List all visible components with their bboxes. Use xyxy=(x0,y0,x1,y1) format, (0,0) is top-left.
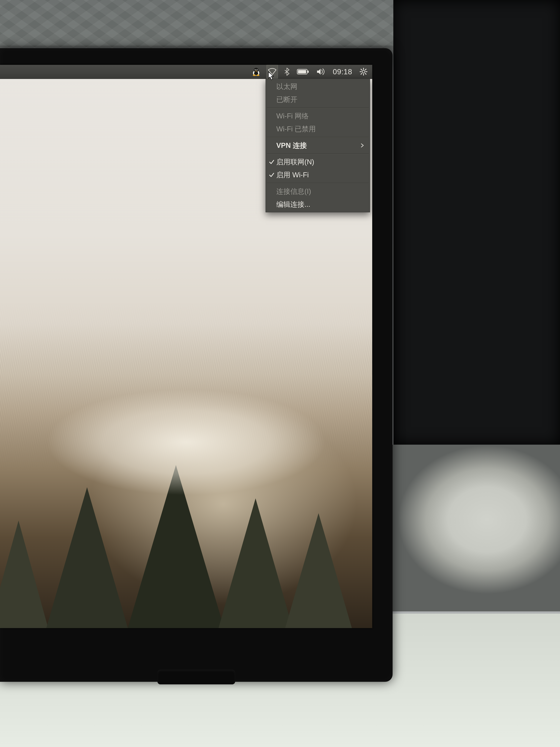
vpn-submenu[interactable]: VPN 连接 xyxy=(266,139,370,152)
wifi-status: Wi-Fi 已禁用 xyxy=(266,123,370,135)
svg-point-12 xyxy=(362,70,365,73)
laptop-bezel: 09:18 xyxy=(0,48,393,682)
svg-point-5 xyxy=(255,70,256,70)
desk-cable-area xyxy=(385,445,560,611)
wifi-empty-icon xyxy=(268,68,277,75)
menu-separator xyxy=(267,183,369,183)
ethernet-status: 已断开 xyxy=(266,93,370,106)
connection-info-item: 连接信息(I) xyxy=(266,185,370,198)
wallpaper-texture xyxy=(0,302,372,470)
checkmark-icon xyxy=(269,159,274,165)
system-menubar: 09:18 xyxy=(0,65,372,79)
svg-rect-10 xyxy=(308,71,309,73)
tux-indicator[interactable] xyxy=(251,65,261,79)
enable-networking-label: 启用联网(N) xyxy=(276,157,314,167)
bluetooth-indicator[interactable] xyxy=(283,65,291,79)
sound-indicator[interactable] xyxy=(315,65,326,79)
gear-icon xyxy=(359,68,367,76)
ethernet-header: 以太网 xyxy=(266,80,370,93)
svg-line-20 xyxy=(361,73,362,74)
enable-wifi-label: 启用 Wi-Fi xyxy=(276,170,309,180)
svg-line-19 xyxy=(365,69,366,70)
battery-icon xyxy=(297,69,309,75)
wifi-header: Wi-Fi 网络 xyxy=(266,109,370,123)
menu-separator xyxy=(267,137,369,137)
chevron-right-icon xyxy=(360,143,365,148)
laptop-hinge xyxy=(157,670,235,685)
battery-indicator[interactable] xyxy=(296,65,310,79)
adjacent-monitor xyxy=(393,0,560,445)
svg-line-18 xyxy=(365,73,366,74)
enable-wifi-toggle[interactable]: 启用 Wi-Fi xyxy=(266,169,370,181)
svg-rect-11 xyxy=(298,70,306,73)
laptop-screen: 09:18 xyxy=(0,65,372,628)
bluetooth-icon xyxy=(284,68,289,76)
svg-point-8 xyxy=(257,75,260,76)
menu-separator xyxy=(267,153,369,154)
session-indicator[interactable] xyxy=(358,65,369,79)
checkmark-icon xyxy=(269,172,274,178)
network-indicator[interactable] xyxy=(266,65,278,79)
menu-separator xyxy=(267,107,369,108)
svg-point-7 xyxy=(253,75,256,76)
clock-indicator[interactable]: 09:18 xyxy=(332,65,353,79)
edit-connections-item[interactable]: 编辑连接... xyxy=(266,198,370,211)
network-menu: 以太网 已断开 Wi-Fi 网络 Wi-Fi 已禁用 VPN 连接 启用联网(N… xyxy=(266,79,370,212)
enable-networking-toggle[interactable]: 启用联网(N) xyxy=(266,155,370,169)
svg-point-6 xyxy=(257,70,258,70)
volume-icon xyxy=(317,68,325,75)
svg-line-17 xyxy=(361,69,362,70)
vpn-label: VPN 连接 xyxy=(276,141,307,150)
tux-icon xyxy=(252,68,260,76)
